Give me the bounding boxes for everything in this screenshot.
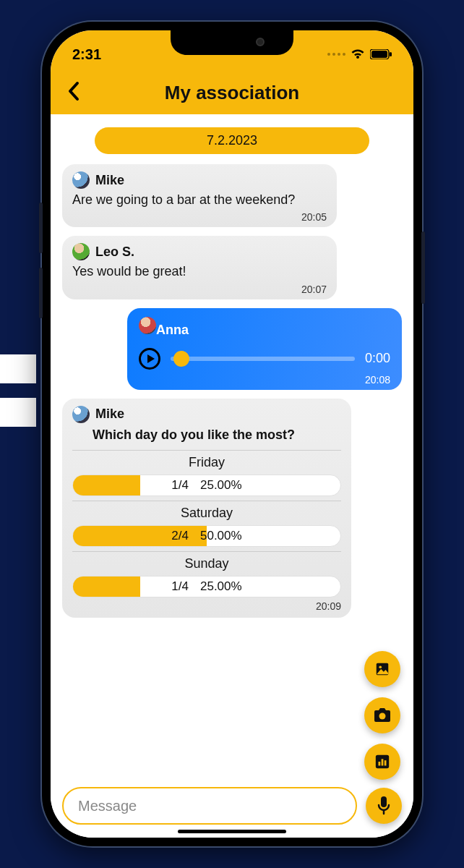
home-indicator: [178, 830, 286, 833]
action-fab-column: [364, 651, 400, 780]
message-text: Yes would be great!: [72, 263, 327, 280]
input-placeholder: Message: [78, 798, 137, 814]
avatar: [139, 317, 156, 334]
avatar: [72, 406, 90, 423]
audio-duration: 0:00: [365, 351, 390, 366]
svg-rect-1: [371, 51, 387, 58]
gallery-button[interactable]: [364, 651, 400, 687]
poll-bubble: Mike Which day do you like the most? Fri…: [62, 399, 351, 618]
slider-knob[interactable]: [173, 351, 189, 367]
page-title: My association: [165, 82, 299, 104]
poll-option-bar[interactable]: 1/425.00%: [72, 576, 341, 597]
svg-point-5: [379, 713, 386, 720]
battery-icon: [370, 49, 392, 59]
poll-button[interactable]: [364, 744, 400, 780]
phone-frame: 2:31 My association 7.2.2023: [42, 22, 422, 846]
poll-pct: 25.00%: [200, 478, 242, 493]
bar-chart-icon: [374, 754, 390, 770]
poll-pct: 25.00%: [200, 579, 242, 594]
message-time: 20:09: [72, 600, 341, 612]
sender-name: Mike: [95, 173, 124, 188]
svg-point-4: [379, 665, 382, 668]
poll-count: 2/4: [171, 529, 189, 543]
poll-option-bar[interactable]: 2/450.00%: [72, 525, 341, 547]
svg-rect-8: [382, 759, 384, 765]
date-separator: 7.2.2023: [95, 127, 369, 154]
poll-question: Which day do you like the most?: [93, 427, 341, 443]
sender-name: Leo S.: [95, 244, 134, 260]
svg-rect-7: [379, 762, 381, 766]
play-button[interactable]: [139, 348, 160, 370]
poll-option-label: Friday: [72, 455, 341, 470]
avatar: [72, 171, 90, 189]
back-button[interactable]: [66, 81, 81, 104]
message-time: 20:05: [72, 211, 327, 223]
poll-option-label: Sunday: [72, 556, 341, 571]
camera-button[interactable]: [364, 697, 400, 733]
mic-icon: [377, 796, 390, 815]
wifi-icon: [350, 48, 366, 60]
svg-rect-10: [381, 796, 387, 807]
chevron-left-icon: [66, 81, 81, 101]
voice-record-button[interactable]: [366, 788, 402, 824]
poll-count: 1/4: [171, 478, 189, 493]
svg-rect-2: [390, 52, 392, 56]
message-input[interactable]: Message: [62, 787, 357, 825]
sender-name: Mike: [95, 407, 124, 422]
audio-slider[interactable]: [171, 357, 355, 361]
message-bubble[interactable]: Mike Are we going to a bar at the weeken…: [62, 164, 337, 227]
poll-count: 1/4: [171, 579, 189, 594]
status-time: 2:31: [72, 46, 101, 63]
avatar: [72, 243, 90, 260]
poll-option-bar[interactable]: 1/425.00%: [72, 475, 341, 496]
cell-dots-icon: [327, 53, 345, 56]
voice-message-bubble[interactable]: Anna 0:00 20:08: [127, 308, 402, 390]
message-text: Are we going to a bar at the weekend?: [72, 192, 327, 208]
camera-icon: [374, 708, 391, 723]
chat-body: 7.2.2023 Mike Are we going to a bar at t…: [51, 114, 413, 838]
message-time: 20:07: [72, 284, 327, 295]
poll-pct: 50.00%: [200, 529, 242, 543]
image-icon: [374, 661, 390, 677]
message-bubble[interactable]: Leo S. Yes would be great! 20:07: [62, 236, 337, 299]
message-time: 20:08: [139, 374, 390, 386]
svg-rect-9: [384, 760, 387, 765]
sender-name: Anna: [156, 323, 189, 337]
poll-option-label: Saturday: [72, 506, 341, 521]
play-icon: [147, 354, 155, 363]
